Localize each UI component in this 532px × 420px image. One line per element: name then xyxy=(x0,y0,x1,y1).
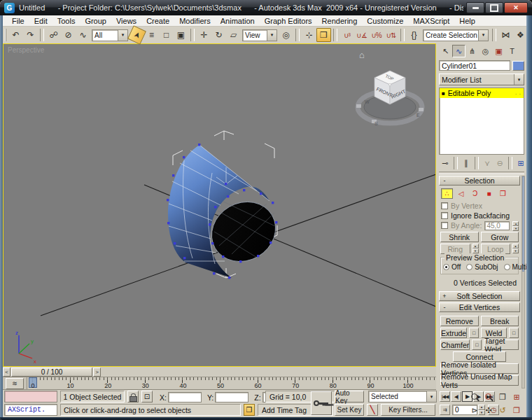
unlink-selection-icon[interactable]: ⊘ xyxy=(61,28,76,42)
dropdown-arrow-icon[interactable]: ▾ xyxy=(426,391,436,402)
menu-customize[interactable]: Customize xyxy=(362,17,408,25)
viewcube-home-icon[interactable]: ⌂ xyxy=(359,50,365,60)
show-end-result-icon[interactable]: ∥ xyxy=(460,158,472,169)
object-name-field[interactable]: Cylinder01 xyxy=(439,60,510,71)
modifier-stack[interactable]: ■ Editable Poly ∙ ∙ xyxy=(439,88,524,155)
loop-button[interactable]: Loop xyxy=(481,244,511,254)
extrude-button[interactable]: Extrude xyxy=(440,328,467,338)
zoom-extents-icon[interactable]: ❒ xyxy=(496,391,510,403)
snaps-toggle-icon[interactable]: ❒ xyxy=(316,28,331,42)
dropdown-arrow-icon[interactable]: ▾ xyxy=(118,30,127,41)
arc-rotate-icon[interactable]: ↺ xyxy=(496,404,510,416)
minimize-button[interactable] xyxy=(466,2,484,13)
by-angle-spinner[interactable]: ▲▼ xyxy=(512,221,519,230)
x-coordinate-field[interactable] xyxy=(168,392,202,402)
object-color-swatch[interactable] xyxy=(512,61,524,71)
grow-button[interactable]: Grow xyxy=(481,232,519,242)
mirror-icon[interactable]: ⋈ xyxy=(498,28,513,42)
undo-icon[interactable]: ↶ xyxy=(8,28,23,42)
select-and-scale-icon[interactable]: ▱ xyxy=(226,28,241,42)
view-cube[interactable]: W S E TOP FRONT RIGHT xyxy=(356,71,424,126)
edit-named-selection-sets-icon[interactable]: {} xyxy=(407,28,421,42)
go-to-start-button[interactable]: |◀◀ xyxy=(440,391,450,402)
remove-button[interactable]: Remove xyxy=(440,316,479,326)
next-frame-arrow[interactable]: > xyxy=(93,368,101,377)
soft-selection-rollout-header[interactable]: + Soft Selection xyxy=(439,291,520,301)
zoom-extents-all-icon[interactable]: ⊞ xyxy=(510,391,524,403)
ring-button[interactable]: Ring xyxy=(440,244,470,254)
panel-scrollbar[interactable] xyxy=(522,176,525,388)
animation-set-dropdown[interactable]: Selected ▾ xyxy=(368,391,437,402)
chamfer-settings-button[interactable]: □ xyxy=(472,340,482,350)
compass-south-label[interactable]: S xyxy=(374,121,378,126)
pan-icon[interactable]: ✣ xyxy=(482,404,496,416)
toolbar-grip[interactable] xyxy=(5,29,6,41)
menu-views[interactable]: Views xyxy=(111,17,141,25)
absolute-offset-toggle[interactable]: ⊡ xyxy=(141,391,153,402)
ring-spinner[interactable]: ▲▼ xyxy=(472,244,479,253)
menu-rendering[interactable]: Rendering xyxy=(317,17,363,25)
angle-snap-icon[interactable]: ∪∡ xyxy=(354,28,369,42)
edit-vertices-rollout-header[interactable]: - Edit Vertices xyxy=(439,302,520,312)
compass-west-label[interactable]: W xyxy=(365,99,370,104)
shrink-button[interactable]: Shrink xyxy=(440,232,479,242)
spinner-snap-icon[interactable]: ∪⇅ xyxy=(384,28,398,42)
select-and-rotate-icon[interactable]: ↻ xyxy=(211,28,226,42)
select-by-name-icon[interactable]: ≡ xyxy=(144,28,159,42)
set-keys-button[interactable] xyxy=(311,391,332,415)
make-unique-icon[interactable]: ⋎ xyxy=(481,158,493,169)
menu-group[interactable]: Group xyxy=(80,17,111,25)
preview-subobj-radio[interactable] xyxy=(466,264,472,270)
menu-tools[interactable]: Tools xyxy=(52,17,80,25)
perspective-viewport[interactable]: Perspective xyxy=(3,43,436,367)
break-button[interactable]: Break xyxy=(481,316,519,326)
time-tag-cube-icon[interactable]: ❒ xyxy=(244,404,255,416)
edge-subobject-icon[interactable]: ◁ xyxy=(455,188,467,199)
mini-curve-editor-button[interactable]: ≋ xyxy=(6,378,24,389)
border-subobject-icon[interactable]: Ɔ xyxy=(469,188,481,199)
key-mode-toggle-icon[interactable]: ⇉ xyxy=(440,405,450,415)
selection-rollout-header[interactable]: - Selection xyxy=(439,176,520,186)
pin-stack-icon[interactable]: ⊸ xyxy=(439,158,451,169)
scrollbar-thumb[interactable] xyxy=(522,176,524,272)
preview-off-radio[interactable] xyxy=(443,264,449,270)
extrude-settings-button[interactable]: □ xyxy=(469,328,479,338)
target-weld-button[interactable]: Target Weld xyxy=(484,340,519,350)
zoom-region-icon[interactable]: ⊳ xyxy=(468,404,482,416)
menu-graph-editors[interactable]: Graph Editors xyxy=(260,17,317,25)
time-slider-track[interactable]: < 0 / 100 > xyxy=(3,367,436,377)
align-icon[interactable]: ❖ xyxy=(513,28,528,42)
select-object-icon[interactable]: ➤ xyxy=(127,25,146,44)
modifier-list-dropdown[interactable]: Modifier List ▾ xyxy=(439,74,524,85)
dropdown-arrow-icon[interactable]: ▾ xyxy=(267,30,276,41)
menu-maxscript[interactable]: MAXScript xyxy=(408,17,454,25)
viewport-label[interactable]: Perspective xyxy=(8,46,44,54)
window-crossing-icon[interactable]: ▣ xyxy=(174,28,188,42)
snap-3d-icon[interactable]: ∪³ xyxy=(340,28,354,42)
remove-unused-map-verts-button[interactable]: Remove Unused Map Verts xyxy=(440,375,519,386)
previous-frame-arrow[interactable]: < xyxy=(3,368,10,377)
time-slider-button[interactable]: 0 / 100 xyxy=(11,368,92,377)
dropdown-arrow-icon[interactable]: ▾ xyxy=(478,30,488,41)
vertex-subobject-icon[interactable]: ∴ xyxy=(441,188,453,199)
loop-spinner[interactable]: ▲▼ xyxy=(512,244,519,253)
maxscript-mini-recorder[interactable] xyxy=(4,391,57,402)
maxscript-mini-listener[interactable]: AXScript. xyxy=(4,404,57,416)
menu-help[interactable]: Help xyxy=(454,17,480,25)
select-and-manipulate-icon[interactable]: ⊹ xyxy=(302,28,316,42)
set-key-button[interactable]: Set Key xyxy=(335,404,364,416)
auto-key-button[interactable]: Auto Key xyxy=(335,391,364,402)
min-max-toggle-icon[interactable]: ❐ xyxy=(510,404,524,416)
track-bar-ruler[interactable]: 0102030405060708090100 xyxy=(27,377,436,389)
configure-modifier-sets-icon[interactable]: ⊞ xyxy=(514,158,527,169)
tab-motion-icon[interactable]: ◎ xyxy=(479,45,492,57)
key-filters-button[interactable]: Key Filters... xyxy=(381,404,435,416)
percent-snap-icon[interactable]: ∪% xyxy=(369,28,384,42)
remove-modifier-icon[interactable]: ⊖ xyxy=(493,158,506,169)
previous-frame-button[interactable]: ◀| xyxy=(451,391,461,402)
chamfer-button[interactable]: Chamfer xyxy=(440,340,470,350)
collapse-icon[interactable]: - xyxy=(441,177,448,184)
maximize-button[interactable] xyxy=(485,2,503,13)
selection-filter-dropdown[interactable]: All▾ xyxy=(92,29,128,41)
zoom-all-icon[interactable] xyxy=(482,391,496,403)
